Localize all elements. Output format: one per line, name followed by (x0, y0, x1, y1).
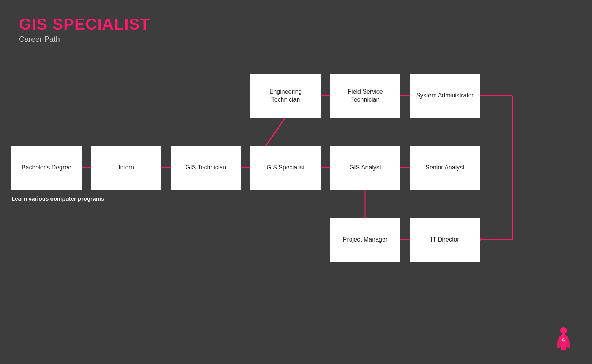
svg-point-16 (560, 327, 567, 334)
box-system-admin: System Administrator (410, 74, 480, 118)
box-engineering-tech: Engineering Technician (250, 74, 321, 118)
header: GIS SPECIALIST Career Path (19, 15, 150, 44)
box-bachelors: Bachelor's Degree (11, 146, 82, 190)
page-subtitle: Career Path (19, 35, 150, 44)
box-gis-analyst: GIS Analyst (330, 146, 400, 190)
svg-marker-9 (480, 237, 481, 242)
svg-rect-19 (564, 344, 566, 350)
page-title: GIS SPECIALIST (19, 15, 150, 33)
box-intern: Intern (91, 146, 161, 190)
box-gis-tech: GIS Technician (171, 146, 241, 190)
box-senior-analyst: Senior Analyst (410, 146, 480, 190)
career-note: Learn various computer programs (11, 195, 104, 202)
svg-text:G: G (562, 338, 565, 342)
logo: G (550, 326, 577, 353)
svg-line-3 (266, 118, 285, 146)
box-field-service-tech: Field Service Technician (330, 74, 400, 118)
box-project-manager: Project Manager (330, 218, 400, 262)
box-it-director: IT Director (410, 218, 480, 262)
svg-rect-18 (561, 344, 564, 350)
box-gis-specialist: GIS Specialist (250, 146, 321, 190)
